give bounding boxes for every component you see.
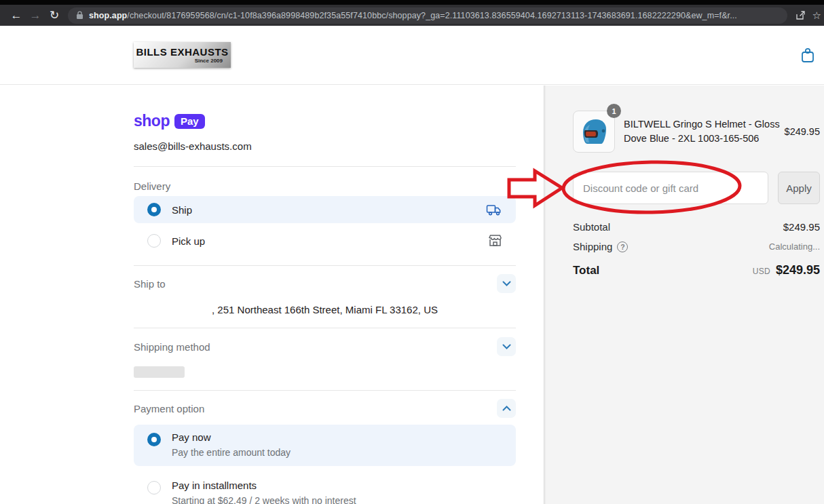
radio-unselected-icon[interactable] xyxy=(147,234,161,248)
store-logo[interactable]: BILLS EXHAUSTS Since 2009 xyxy=(134,42,231,68)
share-icon[interactable] xyxy=(795,10,806,20)
shop-wordmark: shop xyxy=(134,112,170,130)
forward-icon[interactable]: → xyxy=(26,7,45,24)
radio-unselected-icon[interactable] xyxy=(147,481,161,495)
delivery-option-ship[interactable]: Ship xyxy=(134,196,516,223)
shipping-method-expand-button[interactable] xyxy=(497,337,516,356)
payment-option-pay-now[interactable]: Pay now Pay the entire amount today xyxy=(134,425,516,466)
quantity-badge: 1 xyxy=(607,104,621,118)
subtotal-label: Subtotal xyxy=(573,221,610,233)
delivery-option-label: Pick up xyxy=(172,235,205,247)
shipping-value: Calculating... xyxy=(769,241,820,252)
checkout-page: ← → ↻ shop.app/checkout/8176959568/cn/c1… xyxy=(0,0,824,504)
pay-badge: Pay xyxy=(174,114,205,129)
shipping-label: Shipping xyxy=(573,241,612,252)
totals-section: Subtotal $249.95 Shipping ? Calculating.… xyxy=(573,221,820,277)
payment-option-description: Pay the entire amount today xyxy=(172,447,291,458)
store-name: BILLS EXHAUSTS xyxy=(136,47,228,57)
customer-email: sales@bills-exhausts.com xyxy=(134,140,516,152)
payment-option-description: Starting at $62.49 / 2 weeks with no int… xyxy=(172,495,356,504)
payment-option-label: Payment option xyxy=(134,403,204,414)
checkout-form-panel: shop Pay sales@bills-exhausts.com Delive… xyxy=(0,85,544,504)
currency-code: USD xyxy=(753,267,770,276)
url-text: shop.app/checkout/8176959568/cn/c1-10f8a… xyxy=(89,11,737,20)
shipping-address: , 251 Northeast 166th Street, Miami FL 3… xyxy=(134,304,516,315)
browser-toolbar: ← → ↻ shop.app/checkout/8176959568/cn/c1… xyxy=(0,5,824,26)
site-header: BILLS EXHAUSTS Since 2009 xyxy=(0,26,824,85)
order-summary-panel: 1 BILTWELL Gringo S Helmet - Gloss Dove … xyxy=(544,85,824,504)
url-domain: shop.app xyxy=(89,11,127,20)
divider xyxy=(134,328,516,328)
lock-icon xyxy=(76,11,83,20)
url-path: /checkout/8176959568/cn/c1-10f8a396a8998… xyxy=(127,11,737,20)
shipping-method-loading-skeleton xyxy=(134,366,185,378)
shipping-help-icon[interactable]: ? xyxy=(617,241,628,252)
total-value: $249.95 xyxy=(776,263,820,277)
refresh-icon[interactable]: ↻ xyxy=(45,7,64,24)
payment-option-collapse-button[interactable] xyxy=(497,399,516,418)
ship-to-label: Ship to xyxy=(134,278,166,290)
delivery-option-pickup[interactable]: Pick up xyxy=(134,227,516,254)
radio-selected-icon[interactable] xyxy=(147,433,161,446)
total-label: Total xyxy=(573,264,599,277)
discount-code-input[interactable] xyxy=(573,172,768,204)
back-icon[interactable]: ← xyxy=(7,7,26,24)
browser-tab-strip xyxy=(0,0,824,5)
divider xyxy=(134,265,516,266)
apply-discount-button[interactable]: Apply xyxy=(778,172,820,204)
product-price: $249.95 xyxy=(785,126,820,137)
store-tagline: Since 2009 xyxy=(195,57,223,64)
radio-selected-icon[interactable] xyxy=(147,203,161,216)
shop-pay-logo: shop Pay xyxy=(134,112,516,130)
payment-option-installments[interactable]: Pay in installments Starting at $62.49 /… xyxy=(134,473,516,504)
delivery-section-label: Delivery xyxy=(134,180,516,192)
delivery-option-label: Ship xyxy=(172,204,192,216)
payment-option-title: Pay in installments xyxy=(172,480,356,491)
product-title: BILTWELL Gringo S Helmet - Gloss Dove Bl… xyxy=(624,117,783,146)
address-bar[interactable]: shop.app/checkout/8176959568/cn/c1-10f8a… xyxy=(68,7,787,24)
store-icon xyxy=(488,234,502,248)
truck-icon xyxy=(486,203,502,216)
shipping-method-label: Shipping method xyxy=(134,341,210,353)
cart-bag-icon[interactable] xyxy=(797,45,819,66)
bookmark-star-icon[interactable]: ☆ xyxy=(812,9,821,22)
divider xyxy=(134,390,516,391)
divider xyxy=(134,166,516,167)
subtotal-value: $249.95 xyxy=(783,221,820,233)
ship-to-expand-button[interactable] xyxy=(497,274,516,293)
product-thumbnail xyxy=(573,111,615,153)
discount-section: Apply xyxy=(573,172,820,204)
cart-line-item: 1 BILTWELL Gringo S Helmet - Gloss Dove … xyxy=(573,111,820,153)
payment-option-title: Pay now xyxy=(172,431,291,443)
